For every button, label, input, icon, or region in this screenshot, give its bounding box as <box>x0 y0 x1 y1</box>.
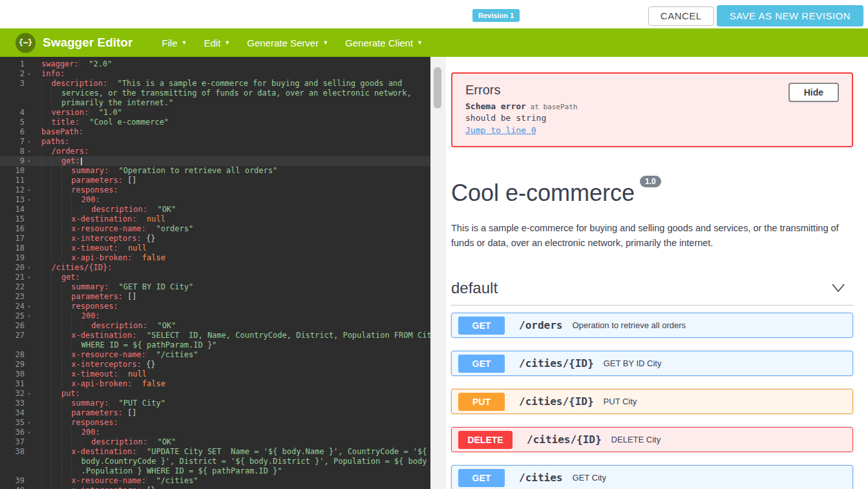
revision-badge: Revision 1 <box>472 9 520 22</box>
fold-arrow-icon[interactable] <box>25 127 34 137</box>
hide-errors-button[interactable]: Hide <box>789 83 839 102</box>
errors-panel: Errors Hide Schema error at basePath sho… <box>451 72 853 147</box>
operation-row[interactable]: GET /cities/{ID} GET BY ID City <box>451 351 853 376</box>
fold-arrow-icon[interactable] <box>25 98 34 108</box>
jump-to-line-link[interactable]: Jump to line 0 <box>465 125 536 135</box>
line-code: x-resource-name: "orders" <box>34 224 193 234</box>
line-code: primarily the internet." <box>34 98 173 108</box>
fold-arrow-icon[interactable] <box>25 214 34 224</box>
menu-item[interactable]: Generate Server ▼ <box>247 37 328 48</box>
line-number: 8 <box>0 147 25 156</box>
operation-row[interactable]: DELETE /cities/{ID} DELETE City <box>451 427 853 452</box>
fold-arrow-icon[interactable]: ▾ <box>25 302 34 311</box>
operation-row[interactable]: GET /orders Operation to retrieve all or… <box>451 313 853 338</box>
fold-arrow-icon[interactable] <box>25 176 34 185</box>
fold-arrow-icon[interactable]: ▾ <box>25 185 34 195</box>
cancel-button[interactable]: CANCEL <box>648 6 714 26</box>
fold-arrow-icon[interactable] <box>25 224 34 234</box>
editor-scrollbar-thumb[interactable] <box>434 67 441 109</box>
fold-arrow-icon[interactable] <box>25 486 34 489</box>
fold-arrow-icon[interactable]: ▾ <box>25 69 34 79</box>
fold-arrow-icon[interactable] <box>25 253 34 263</box>
editor-line: 19 x-api-broken: false <box>0 253 430 263</box>
fold-arrow-icon[interactable] <box>25 466 34 476</box>
operation-path: /cities/{ID} <box>527 433 602 446</box>
editor-line: 8 ▾ /orders: <box>0 147 430 156</box>
line-number: 26 <box>0 321 25 331</box>
line-code: x-timeout: null <box>34 369 147 379</box>
line-number: 30 <box>0 369 25 379</box>
fold-arrow-icon[interactable] <box>25 79 34 88</box>
fold-arrow-icon[interactable] <box>25 447 34 457</box>
fold-arrow-icon[interactable] <box>25 369 34 379</box>
editor-line: 34 parameters: [] <box>0 408 430 418</box>
fold-arrow-icon[interactable] <box>25 282 34 292</box>
operation-summary: GET City <box>572 473 606 483</box>
line-number: 37 <box>0 437 25 447</box>
top-bar-actions: CANCEL SAVE AS NEW REVISION <box>648 5 863 26</box>
operation-summary: GET BY ID City <box>604 359 662 368</box>
fold-arrow-icon[interactable]: ▾ <box>25 311 34 321</box>
chevron-down-icon <box>831 283 845 293</box>
fold-arrow-icon[interactable] <box>25 340 34 350</box>
menu-item[interactable]: File ▼ <box>162 37 187 48</box>
fold-arrow-icon[interactable]: ▾ <box>25 428 34 437</box>
line-number: 34 <box>0 408 25 418</box>
fold-arrow-icon[interactable] <box>25 118 34 127</box>
line-number: 38 <box>0 447 25 457</box>
editor-line: 11 parameters: [] <box>0 176 430 185</box>
fold-arrow-icon[interactable] <box>25 379 34 389</box>
fold-arrow-icon[interactable]: ▾ <box>25 389 34 399</box>
fold-arrow-icon[interactable] <box>25 292 34 302</box>
swagger-logo-icon: {⋯} <box>16 33 36 53</box>
editor-line: 40 x-interceptors: {} <box>0 486 430 489</box>
fold-arrow-icon[interactable] <box>25 360 34 369</box>
editor-line: 35 ▾ responses: <box>0 418 430 428</box>
fold-arrow-icon[interactable] <box>25 166 34 176</box>
fold-arrow-icon[interactable] <box>25 476 34 486</box>
operation-row[interactable]: GET /cities GET City <box>451 465 853 489</box>
editor-line: 39 x-resource-name: "/cities" <box>0 476 430 486</box>
fold-arrow-icon[interactable] <box>25 108 34 118</box>
fold-arrow-icon[interactable]: ▾ <box>25 263 34 273</box>
fold-arrow-icon[interactable] <box>25 321 34 331</box>
fold-arrow-icon[interactable] <box>25 205 34 214</box>
line-number: 9 <box>0 156 25 166</box>
fold-arrow-icon[interactable] <box>25 457 34 466</box>
editor-line: 24 ▾ responses: <box>0 302 430 311</box>
fold-arrow-icon[interactable]: ▾ <box>25 195 34 205</box>
fold-arrow-icon[interactable] <box>25 350 34 360</box>
fold-arrow-icon[interactable] <box>25 59 34 69</box>
line-number: 6 <box>0 127 25 137</box>
editor-line: 31 x-api-broken: false <box>0 379 430 389</box>
line-number: 27 <box>0 331 25 340</box>
operation-row[interactable]: PUT /cities/{ID} PUT City <box>451 389 853 414</box>
fold-arrow-icon[interactable] <box>25 437 34 447</box>
fold-arrow-icon[interactable] <box>25 399 34 408</box>
menu-item[interactable]: Generate Client ▼ <box>345 37 423 48</box>
fold-arrow-icon[interactable] <box>25 244 34 253</box>
editor-line: 26 description: "OK" <box>0 321 430 331</box>
editor-line: 10 summary: "Operation to retrieve all o… <box>0 166 430 176</box>
fold-arrow-icon[interactable]: ▾ <box>25 156 34 166</box>
menu-item[interactable]: Edit ▼ <box>204 37 230 48</box>
fold-arrow-icon[interactable]: ▾ <box>25 273 34 282</box>
line-number: 13 <box>0 195 25 205</box>
menu-bar: File ▼ Edit ▼ Generate Server ▼ Generate… <box>162 37 439 48</box>
save-as-new-revision-button[interactable]: SAVE AS NEW REVISION <box>717 5 863 26</box>
operation-path: /cities/{ID} <box>519 395 594 408</box>
fold-arrow-icon[interactable] <box>25 331 34 340</box>
section-default-header[interactable]: default <box>451 279 853 306</box>
line-code: put: <box>34 389 80 399</box>
fold-arrow-icon[interactable] <box>25 88 34 98</box>
yaml-editor[interactable]: 1 swagger: "2.0" 2 ▾ info: 3 description… <box>0 57 430 489</box>
line-code: paths: <box>34 137 69 147</box>
fold-arrow-icon[interactable]: ▾ <box>25 137 34 147</box>
fold-arrow-icon[interactable]: ▾ <box>25 418 34 428</box>
fold-arrow-icon[interactable]: ▾ <box>25 147 34 156</box>
line-number: 16 <box>0 224 25 234</box>
fold-arrow-icon[interactable] <box>25 234 34 244</box>
editor-line: 27 x-destination: "SELECT ID, Name, Coun… <box>0 331 430 340</box>
operation-path: /orders <box>519 319 562 331</box>
fold-arrow-icon[interactable] <box>25 408 34 418</box>
